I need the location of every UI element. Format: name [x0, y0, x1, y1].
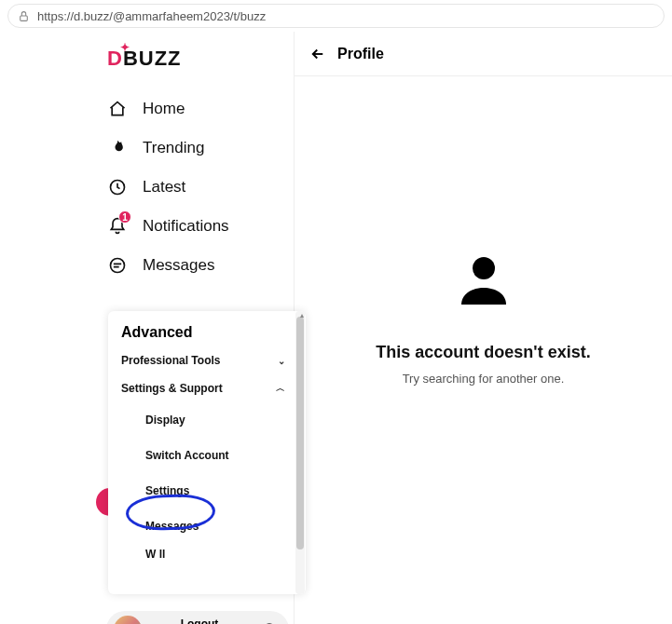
- nav-messages[interactable]: Messages: [98, 246, 294, 285]
- popup-subitem-label: W ll: [145, 548, 165, 561]
- url-field[interactable]: https://d.buzz/@ammarfaheem2023/t/buzz: [7, 4, 665, 28]
- nav-notifications-label: Notifications: [143, 217, 229, 236]
- flame-icon: [107, 138, 128, 158]
- popup-subitem-label: Settings: [145, 484, 189, 497]
- lock-icon: [18, 10, 30, 22]
- app-logo[interactable]: D ✦ BUZZ: [98, 43, 294, 89]
- user-chip-text: Logout ammarfaheem2023: [149, 618, 250, 624]
- popup-subitem-display[interactable]: Display: [108, 402, 306, 438]
- popup-item-settings-support[interactable]: Settings & Support ︿: [108, 374, 306, 402]
- svg-point-3: [473, 257, 495, 279]
- popup-subitem-settings[interactable]: Settings: [108, 473, 306, 509]
- leaf-icon: ✦: [120, 41, 130, 54]
- popup-subitem-label: Messages: [145, 520, 199, 533]
- logo-rest: BUZZ: [123, 47, 182, 71]
- popup-subitem-wallet-cut[interactable]: W ll: [108, 544, 306, 572]
- page-title: Profile: [337, 46, 384, 62]
- home-icon: [107, 99, 128, 119]
- avatar-placeholder-icon: [450, 246, 517, 317]
- main-content: Profile This account doesn't exist. Try …: [295, 32, 672, 624]
- more-menu-popup: ▴ Advanced Professional Tools ⌄ Settings…: [108, 311, 306, 594]
- back-arrow-icon[interactable]: [309, 46, 326, 62]
- popup-item-professional-tools[interactable]: Professional Tools ⌄: [108, 346, 306, 374]
- nav-trending[interactable]: Trending: [98, 129, 294, 168]
- chevron-up-icon: ︿: [276, 382, 285, 395]
- popup-subitem-label: Display: [145, 414, 185, 427]
- popup-subitem-label: Switch Account: [145, 449, 229, 462]
- popup-heading-advanced: Advanced: [108, 319, 306, 346]
- empty-state: This account doesn't exist. Try searchin…: [295, 246, 672, 386]
- clock-icon: [107, 177, 128, 197]
- popup-scroll-thumb[interactable]: [296, 317, 304, 549]
- nav-notifications[interactable]: 1 Notifications: [98, 207, 294, 246]
- main-header: Profile: [295, 32, 672, 76]
- svg-point-2: [111, 259, 125, 273]
- popup-item-label: Settings & Support: [121, 382, 223, 395]
- empty-state-title: This account doesn't exist.: [376, 343, 590, 362]
- nav-messages-label: Messages: [143, 256, 214, 275]
- sidebar: D ✦ BUZZ Home Trending Latest: [98, 43, 294, 285]
- popup-subitem-switch-account[interactable]: Switch Account: [108, 438, 306, 473]
- popup-item-label: Professional Tools: [121, 354, 220, 367]
- scroll-up-icon[interactable]: ▴: [300, 311, 304, 319]
- user-avatar: [114, 616, 142, 624]
- logo-d: D ✦: [107, 47, 123, 71]
- chevron-down-icon: ⌄: [278, 356, 285, 366]
- empty-state-subtitle: Try searching for another one.: [403, 372, 565, 386]
- popup-subitem-messages[interactable]: Messages: [108, 509, 306, 544]
- nav-home-label: Home: [143, 100, 185, 118]
- browser-url-bar: https://d.buzz/@ammarfaheem2023/t/buzz: [0, 0, 672, 32]
- logout-label: Logout: [181, 618, 219, 624]
- nav-home[interactable]: Home: [98, 89, 294, 129]
- power-icon[interactable]: [257, 617, 281, 624]
- user-chip[interactable]: Logout ammarfaheem2023: [106, 611, 289, 624]
- nav-latest[interactable]: Latest: [98, 168, 294, 207]
- messages-icon: [107, 255, 128, 276]
- notifications-badge: 1: [118, 210, 131, 224]
- svg-rect-0: [21, 15, 28, 20]
- nav-trending-label: Trending: [143, 139, 204, 157]
- url-text: https://d.buzz/@ammarfaheem2023/t/buzz: [37, 9, 266, 23]
- nav-latest-label: Latest: [143, 178, 185, 197]
